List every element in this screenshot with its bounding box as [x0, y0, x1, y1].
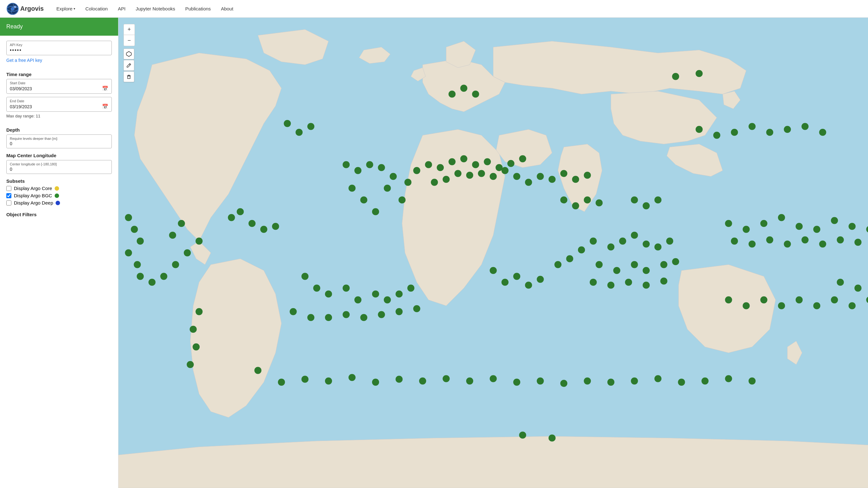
map-area[interactable]: + −	[119, 18, 868, 488]
svg-point-66	[396, 290, 402, 297]
svg-point-151	[125, 214, 132, 221]
svg-point-107	[743, 226, 749, 233]
argo-bgc-label: Display Argo BGC	[14, 193, 52, 198]
api-key-label: API Key	[10, 43, 108, 47]
argo-core-checkbox[interactable]	[6, 186, 11, 191]
edit-button[interactable]	[124, 60, 134, 71]
svg-point-174	[848, 302, 856, 309]
svg-point-118	[766, 236, 773, 243]
object-filters-section: Object Filters	[6, 212, 112, 219]
svg-point-62	[343, 285, 350, 292]
svg-point-45	[578, 247, 585, 254]
svg-point-52	[660, 261, 667, 268]
nav-colocation[interactable]: Colocation	[82, 4, 112, 13]
polygon-button[interactable]	[124, 48, 134, 59]
nav-explore[interactable]: Explore ▾	[53, 4, 79, 13]
api-key-section: API Key ••••• Get a free API key	[6, 41, 112, 67]
svg-point-172	[813, 302, 820, 309]
svg-point-146	[237, 208, 244, 215]
svg-point-160	[631, 196, 638, 203]
svg-point-153	[137, 238, 144, 245]
delete-button[interactable]	[124, 71, 134, 82]
svg-point-123	[855, 239, 861, 246]
svg-point-186	[519, 431, 526, 438]
svg-point-84	[442, 375, 450, 382]
svg-point-46	[566, 255, 573, 262]
start-date-value: 03/09/2023	[10, 86, 32, 91]
subset-argo-core: Display Argo Core	[6, 186, 112, 191]
navbar: Argovis Explore ▾ Colocation API Jupyter…	[0, 0, 868, 18]
svg-point-15	[425, 161, 432, 168]
svg-point-158	[584, 196, 591, 203]
svg-point-29	[442, 176, 450, 183]
argo-deep-checkbox[interactable]	[6, 200, 11, 205]
explore-dropdown-arrow: ▾	[73, 7, 75, 10]
svg-point-91	[608, 379, 614, 386]
svg-point-54	[590, 279, 597, 286]
svg-point-144	[460, 85, 467, 92]
svg-point-24	[502, 167, 508, 174]
svg-point-155	[134, 261, 141, 268]
svg-point-83	[419, 378, 426, 385]
end-date-value: 03/19/2023	[10, 104, 32, 109]
svg-point-86	[490, 375, 497, 382]
svg-point-28	[455, 170, 462, 177]
map-center-field[interactable]	[10, 167, 108, 172]
map-center-input[interactable]	[10, 167, 108, 172]
svg-point-57	[643, 282, 650, 289]
get-api-key-link[interactable]: Get a free API key	[6, 58, 42, 63]
svg-point-180	[187, 361, 194, 368]
argo-bgc-checkbox[interactable]	[6, 193, 11, 198]
end-date-field[interactable]: 03/19/2023 📅	[10, 103, 108, 109]
svg-point-8	[399, 196, 406, 203]
svg-point-150	[272, 223, 279, 230]
svg-point-51	[643, 267, 650, 274]
svg-point-16	[437, 164, 444, 171]
svg-point-80	[348, 374, 355, 381]
nav-about[interactable]: About	[217, 4, 237, 13]
depth-field[interactable]	[10, 141, 108, 146]
svg-point-183	[513, 273, 520, 280]
nav-publications[interactable]: Publications	[181, 4, 215, 13]
svg-point-103	[137, 273, 144, 280]
map-center-input-label: Center longitude on [-180,180]	[10, 162, 108, 166]
svg-point-18	[460, 155, 467, 162]
svg-point-147	[228, 214, 235, 221]
svg-point-173	[831, 296, 838, 303]
start-date-field[interactable]: 03/09/2023 📅	[10, 86, 108, 92]
nav-jupyter[interactable]: Jupyter Notebooks	[132, 4, 179, 13]
svg-point-49	[613, 267, 620, 274]
svg-point-127	[713, 132, 720, 138]
svg-point-164	[855, 285, 861, 292]
zoom-out-button[interactable]: −	[124, 35, 134, 46]
svg-point-181	[490, 267, 497, 274]
svg-point-139	[378, 164, 385, 171]
status-badge: Ready	[0, 18, 118, 36]
brand-logo-icon	[6, 2, 19, 15]
nav-api[interactable]: API	[114, 4, 129, 13]
svg-point-48	[596, 261, 603, 268]
svg-point-36	[572, 176, 579, 183]
svg-point-113	[848, 223, 856, 230]
argo-core-label: Display Argo Core	[14, 186, 52, 191]
svg-point-182	[502, 279, 508, 286]
zoom-in-button[interactable]: +	[124, 24, 134, 35]
svg-point-94	[678, 379, 685, 386]
svg-point-133	[819, 129, 826, 136]
svg-rect-5	[128, 76, 130, 78]
svg-point-110	[796, 223, 803, 230]
svg-point-112	[831, 217, 838, 224]
api-key-field[interactable]: •••••	[10, 47, 108, 53]
svg-point-184	[525, 282, 532, 289]
depth-section: Depth Require levels deeper than [m]:	[6, 127, 112, 149]
brand-logo-link[interactable]: Argovis	[6, 2, 43, 15]
svg-point-42	[643, 240, 650, 248]
svg-point-72	[361, 314, 367, 321]
svg-point-159	[596, 199, 603, 206]
svg-point-136	[343, 161, 350, 168]
svg-point-41	[631, 232, 638, 239]
object-filters-label: Object Filters	[6, 212, 112, 217]
svg-point-154	[125, 249, 132, 256]
svg-point-31	[513, 173, 520, 180]
depth-input[interactable]	[10, 141, 108, 146]
